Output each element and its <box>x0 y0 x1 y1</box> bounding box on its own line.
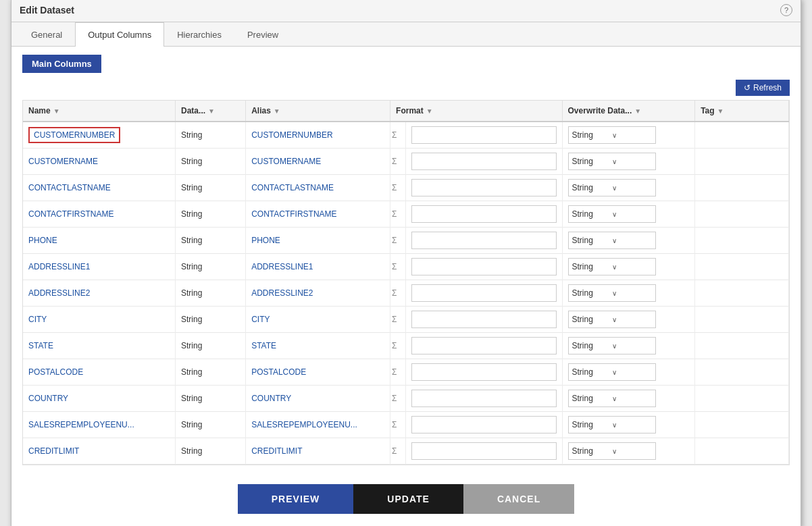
overwrite-select[interactable]: String∨ <box>568 205 656 223</box>
format-input[interactable] <box>411 232 556 249</box>
cell-overwrite[interactable]: String∨ <box>562 149 695 175</box>
cell-name[interactable]: ADDRESSLINE2 <box>23 280 176 307</box>
cell-overwrite[interactable]: String∨ <box>562 386 695 412</box>
cell-format[interactable] <box>406 228 562 254</box>
cell-overwrite[interactable]: String∨ <box>562 228 695 254</box>
cell-overwrite[interactable]: String∨ <box>562 333 695 359</box>
col-header-overwrite: Overwrite Data... ▼ <box>562 101 695 122</box>
filter-icon-name[interactable]: ▼ <box>53 107 60 115</box>
cell-name[interactable]: COUNTRY <box>23 386 176 412</box>
cell-overwrite[interactable]: String∨ <box>562 201 695 228</box>
table-scroll[interactable]: Name ▼ Data... ▼ <box>23 101 789 465</box>
filter-icon-tag[interactable]: ▼ <box>717 107 724 115</box>
format-input[interactable] <box>411 311 556 328</box>
cell-overwrite[interactable]: String∨ <box>562 412 695 438</box>
overwrite-select[interactable]: String∨ <box>568 126 656 144</box>
overwrite-select[interactable]: String∨ <box>568 416 656 433</box>
chevron-down-icon: ∨ <box>612 316 652 323</box>
tab-hierarchies[interactable]: Hierarchies <box>164 22 234 47</box>
main-columns-button[interactable]: Main Columns <box>22 55 101 73</box>
cell-format[interactable] <box>406 280 562 307</box>
overwrite-select[interactable]: String∨ <box>568 337 656 354</box>
cell-overwrite[interactable]: String∨ <box>562 438 695 465</box>
format-input[interactable] <box>411 284 556 302</box>
format-input[interactable] <box>411 126 556 144</box>
overwrite-select[interactable]: String∨ <box>568 153 656 170</box>
table-row: SALESREPEMPLOYEENU...StringSALESREPEMPLO… <box>23 412 789 438</box>
cell-name[interactable]: SALESREPEMPLOYEENU... <box>23 412 176 438</box>
filter-icon-data[interactable]: ▼ <box>208 107 215 115</box>
chevron-down-icon: ∨ <box>612 237 652 244</box>
cell-alias: CUSTOMERNUMBER <box>246 122 390 149</box>
cell-name[interactable]: POSTALCODE <box>23 359 176 386</box>
cell-name[interactable]: PHONE <box>23 228 176 254</box>
cell-overwrite[interactable]: String∨ <box>562 280 695 307</box>
cell-name[interactable]: CUSTOMERNAME <box>23 149 176 175</box>
overwrite-select[interactable]: String∨ <box>568 284 656 302</box>
cell-tag <box>695 228 789 254</box>
filter-icon-format[interactable]: ▼ <box>426 107 433 115</box>
format-input[interactable] <box>411 390 556 407</box>
cell-overwrite[interactable]: String∨ <box>562 122 695 149</box>
format-input[interactable] <box>411 442 556 460</box>
cell-name[interactable]: CONTACTFIRSTNAME <box>23 201 176 228</box>
table-row: STATEStringSTATEΣString∨ <box>23 333 789 359</box>
cell-name[interactable]: CREDITLIMIT <box>23 438 176 465</box>
format-input[interactable] <box>411 205 556 223</box>
cell-name[interactable]: CUSTOMERNUMBER <box>23 122 176 149</box>
cell-format[interactable] <box>406 254 562 280</box>
cell-format[interactable] <box>406 386 562 412</box>
table-row: CITYStringCITYΣString∨ <box>23 307 789 333</box>
cell-format[interactable] <box>406 175 562 201</box>
overwrite-select[interactable]: String∨ <box>568 232 656 249</box>
cell-overwrite[interactable]: String∨ <box>562 307 695 333</box>
overwrite-select[interactable]: String∨ <box>568 442 656 460</box>
help-icon[interactable]: ? <box>780 4 792 16</box>
update-button[interactable]: UPDATE <box>353 484 463 514</box>
sigma-icon: Σ <box>392 209 397 219</box>
cell-format[interactable] <box>406 201 562 228</box>
cell-overwrite[interactable]: String∨ <box>562 175 695 201</box>
tab-preview[interactable]: Preview <box>234 22 291 47</box>
cancel-button[interactable]: CANCEL <box>463 484 574 514</box>
refresh-row: ↺ Refresh <box>22 80 790 96</box>
cell-datatype: String <box>176 333 246 359</box>
cell-format[interactable] <box>406 359 562 386</box>
cell-sigma: Σ <box>390 412 406 438</box>
refresh-button[interactable]: ↺ Refresh <box>736 80 790 96</box>
format-input[interactable] <box>411 258 556 275</box>
cell-overwrite[interactable]: String∨ <box>562 254 695 280</box>
cell-datatype: String <box>176 438 246 465</box>
cell-name[interactable]: STATE <box>23 333 176 359</box>
cell-format[interactable] <box>406 333 562 359</box>
cell-format[interactable] <box>406 438 562 465</box>
filter-icon-alias[interactable]: ▼ <box>274 107 280 115</box>
cell-format[interactable] <box>406 412 562 438</box>
format-input[interactable] <box>411 416 556 433</box>
overwrite-select[interactable]: String∨ <box>568 179 656 196</box>
filter-icon-overwrite[interactable]: ▼ <box>634 107 641 115</box>
cell-overwrite[interactable]: String∨ <box>562 359 695 386</box>
preview-button[interactable]: PREVIEW <box>238 484 354 514</box>
cell-alias: STATE <box>246 333 390 359</box>
format-input[interactable] <box>411 179 556 196</box>
cell-format[interactable] <box>406 307 562 333</box>
tabs-bar: General Output Columns Hierarchies Previ… <box>11 22 801 47</box>
cell-format[interactable] <box>406 149 562 175</box>
tab-general[interactable]: General <box>18 22 75 47</box>
format-input[interactable] <box>411 153 556 170</box>
format-input[interactable] <box>411 363 556 381</box>
cell-name[interactable]: CONTACTLASTNAME <box>23 175 176 201</box>
overwrite-select[interactable]: String∨ <box>568 390 656 407</box>
overwrite-select[interactable]: String∨ <box>568 258 656 275</box>
overwrite-select[interactable]: String∨ <box>568 363 656 381</box>
col-header-data: Data... ▼ <box>176 101 246 122</box>
cell-format[interactable] <box>406 122 562 149</box>
cell-name[interactable]: CITY <box>23 307 176 333</box>
tab-output-columns[interactable]: Output Columns <box>75 22 164 47</box>
col-header-name: Name ▼ <box>23 101 176 122</box>
table-wrapper: Name ▼ Data... ▼ <box>22 100 790 465</box>
cell-name[interactable]: ADDRESSLINE1 <box>23 254 176 280</box>
format-input[interactable] <box>411 337 556 354</box>
overwrite-select[interactable]: String∨ <box>568 311 656 328</box>
